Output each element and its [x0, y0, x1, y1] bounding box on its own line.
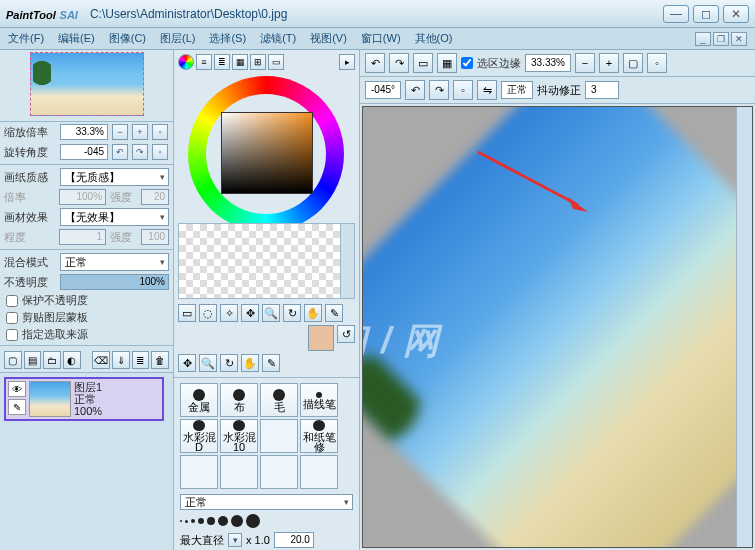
canvas-flip-button[interactable]: ⇋ — [477, 80, 497, 100]
canvas-mode[interactable]: 正常 — [501, 81, 533, 99]
navigator-thumbnail[interactable] — [0, 50, 173, 122]
menu-layer[interactable]: 图层(L) — [160, 31, 195, 46]
swatch-panel[interactable] — [178, 223, 355, 299]
zoom-in-button[interactable]: + — [132, 124, 148, 140]
scratchpad-icon[interactable]: ▭ — [268, 54, 284, 70]
canvas-zoom-fit[interactable]: ▢ — [623, 53, 643, 73]
maximize-button[interactable]: ◻ — [693, 5, 719, 23]
flatten-button[interactable]: ≣ — [132, 351, 150, 369]
blend-mode-select[interactable]: 正常 — [60, 253, 169, 271]
rotate-cw-button[interactable]: ↷ — [132, 144, 148, 160]
swatch-scrollbar[interactable] — [340, 224, 354, 298]
canvas-zoom-out[interactable]: − — [575, 53, 595, 73]
canvas-rotate-ccw[interactable]: ↶ — [405, 80, 425, 100]
eyedropper-2[interactable]: ✎ — [262, 354, 280, 372]
new-layer-button[interactable]: ▢ — [4, 351, 22, 369]
canvas-angle-value[interactable]: -045° — [365, 81, 401, 99]
menu-select[interactable]: 选择(S) — [209, 31, 246, 46]
deselect-button[interactable]: ▭ — [413, 53, 433, 73]
selection-source-checkbox[interactable]: 指定选取来源 — [0, 326, 173, 343]
brush-slot[interactable] — [300, 455, 338, 489]
brush-fur[interactable]: 毛 — [260, 383, 298, 417]
hand-tool-2[interactable]: ✋ — [241, 354, 259, 372]
doc-restore-button[interactable]: ❐ — [713, 32, 729, 46]
stabilizer-value[interactable]: 3 — [585, 81, 619, 99]
brush-linework[interactable]: 描线笔 — [300, 383, 338, 417]
zoom-reset-button[interactable]: ◦ — [152, 124, 168, 140]
rect-select-tool[interactable]: ▭ — [178, 304, 196, 322]
paper-texture-select[interactable]: 【无质感】 — [60, 168, 169, 186]
canvas-zoom-value[interactable]: 33.33% — [525, 54, 571, 72]
brush-cloth[interactable]: 布 — [220, 383, 258, 417]
rotate-tool[interactable]: ↻ — [283, 304, 301, 322]
size-unit-button[interactable]: ▾ — [228, 533, 242, 547]
clear-layer-button[interactable]: ⌫ — [92, 351, 110, 369]
brush-slot[interactable] — [180, 455, 218, 489]
canvas-zoom-in[interactable]: + — [599, 53, 619, 73]
canvas-rotate-cw[interactable]: ↷ — [429, 80, 449, 100]
swap-colors-icon[interactable]: ↺ — [337, 325, 355, 343]
clipping-mask-checkbox[interactable]: 剪贴图层蒙板 — [0, 309, 173, 326]
opacity-slider[interactable]: 100% — [60, 274, 169, 290]
color-wheel-icon[interactable] — [178, 54, 194, 70]
rotate-ccw-button[interactable]: ↶ — [112, 144, 128, 160]
zoom-tool[interactable]: 🔍 — [262, 304, 280, 322]
brush-watercolor-d[interactable]: 水彩混D — [180, 419, 218, 453]
magic-wand-tool[interactable]: ✧ — [220, 304, 238, 322]
eye-icon[interactable]: 👁 — [8, 381, 26, 397]
doc-close-button[interactable]: ✕ — [731, 32, 747, 46]
rotate-value[interactable]: -045 — [60, 144, 108, 160]
canvas[interactable]: 习 / 网 — [362, 106, 753, 548]
protect-opacity-checkbox[interactable]: 保护不透明度 — [0, 292, 173, 309]
close-button[interactable]: ✕ — [723, 5, 749, 23]
menu-window[interactable]: 窗口(W) — [361, 31, 401, 46]
menu-other[interactable]: 其他(O) — [415, 31, 453, 46]
color-history-icon[interactable]: ▸ — [339, 54, 355, 70]
doc-minimize-button[interactable]: _ — [695, 32, 711, 46]
lasso-tool[interactable]: ◌ — [199, 304, 217, 322]
canvas-vscrollbar[interactable] — [736, 107, 752, 547]
gray-slider-icon[interactable]: ▦ — [232, 54, 248, 70]
minimize-button[interactable]: — — [663, 5, 689, 23]
brush-mode-select[interactable]: 正常 — [180, 494, 353, 510]
color-swatch[interactable] — [308, 325, 334, 351]
zoom-out-button[interactable]: − — [112, 124, 128, 140]
menu-file[interactable]: 文件(F) — [8, 31, 44, 46]
zoom-value[interactable]: 33.3% — [60, 124, 108, 140]
brush-paper[interactable]: 和纸笔修 — [300, 419, 338, 453]
hand-tool[interactable]: ✋ — [304, 304, 322, 322]
new-linework-button[interactable]: ▤ — [24, 351, 42, 369]
menu-image[interactable]: 图像(C) — [109, 31, 146, 46]
rotate-reset-button[interactable]: ◦ — [152, 144, 168, 160]
sv-picker[interactable] — [221, 112, 313, 194]
move-tool[interactable]: ✥ — [241, 304, 259, 322]
undo-button[interactable]: ↶ — [365, 53, 385, 73]
menu-view[interactable]: 视图(V) — [310, 31, 347, 46]
invert-select-button[interactable]: ▦ — [437, 53, 457, 73]
menu-filter[interactable]: 滤镜(T) — [260, 31, 296, 46]
menu-edit[interactable]: 编辑(E) — [58, 31, 95, 46]
redo-button[interactable]: ↷ — [389, 53, 409, 73]
swatches-icon[interactable]: ⊞ — [250, 54, 266, 70]
delete-layer-button[interactable]: 🗑 — [151, 351, 169, 369]
hsv-slider-icon[interactable]: ≣ — [214, 54, 230, 70]
layer-item[interactable]: 👁 ✎ 图层1 正常 100% — [4, 377, 164, 421]
brush-empty[interactable] — [260, 419, 298, 453]
material-effect-select[interactable]: 【无效果】 — [60, 208, 169, 226]
pencil-icon[interactable]: ✎ — [8, 399, 26, 415]
move-tool-2[interactable]: ✥ — [178, 354, 196, 372]
canvas-zoom-reset[interactable]: ◦ — [647, 53, 667, 73]
layer-mask-button[interactable]: ◐ — [63, 351, 81, 369]
max-diameter-value[interactable]: 20.0 — [274, 532, 314, 548]
rotate-tool-2[interactable]: ↻ — [220, 354, 238, 372]
brush-slot[interactable] — [260, 455, 298, 489]
new-folder-button[interactable]: 🗀 — [43, 351, 61, 369]
eyedropper-tool[interactable]: ✎ — [325, 304, 343, 322]
brush-watercolor-10[interactable]: 水彩混10 — [220, 419, 258, 453]
canvas-rotate-reset[interactable]: ◦ — [453, 80, 473, 100]
zoom-tool-2[interactable]: 🔍 — [199, 354, 217, 372]
brush-metal[interactable]: 金属 — [180, 383, 218, 417]
rgb-slider-icon[interactable]: ≡ — [196, 54, 212, 70]
merge-down-button[interactable]: ⇓ — [112, 351, 130, 369]
brush-slot[interactable] — [220, 455, 258, 489]
